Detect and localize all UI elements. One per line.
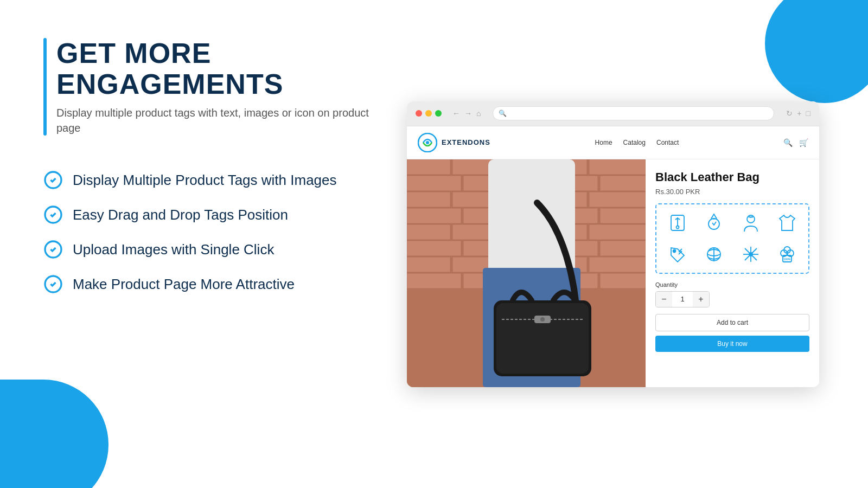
nav-catalog[interactable]: Catalog bbox=[623, 139, 646, 146]
product-image bbox=[407, 159, 646, 387]
quantity-label: Quantity bbox=[655, 281, 809, 288]
tag-item-8: 100% bbox=[771, 240, 805, 268]
add-to-cart-button[interactable]: Add to cart bbox=[655, 314, 809, 331]
browser-search-icon: 🔍 bbox=[499, 110, 507, 117]
feature-label-1: Display Multiple Product Tags with Image… bbox=[73, 172, 337, 189]
label-tag-icon bbox=[667, 243, 688, 265]
store-nav-actions: 🔍 🛒 bbox=[783, 138, 808, 147]
dot-yellow[interactable] bbox=[425, 110, 432, 117]
quantity-control: − 1 + bbox=[655, 291, 710, 307]
tag-item-5 bbox=[661, 240, 694, 268]
extendons-logo-icon bbox=[418, 133, 437, 152]
more-icon[interactable]: □ bbox=[806, 109, 810, 118]
product-price: Rs.30.00 PKR bbox=[655, 188, 809, 196]
sewing-tag-icon bbox=[667, 212, 688, 234]
svg-point-58 bbox=[673, 249, 675, 252]
nav-home[interactable]: Home bbox=[595, 139, 612, 146]
product-photo-svg bbox=[407, 159, 646, 387]
heading-text-block: GET MORE ENGAGEMENTS Display multiple pr… bbox=[56, 38, 380, 136]
product-title: Black Leather Bag bbox=[655, 170, 809, 184]
browser-search-bar[interactable]: 🔍 bbox=[493, 106, 774, 120]
store-nav-links: Home Catalog Contact bbox=[595, 139, 679, 146]
forward-icon[interactable]: → bbox=[464, 109, 472, 118]
svg-rect-11 bbox=[589, 159, 646, 175]
browser-dots bbox=[416, 110, 442, 117]
svg-rect-17 bbox=[407, 192, 450, 207]
tag-item-1 bbox=[661, 209, 694, 237]
svg-rect-37 bbox=[407, 257, 450, 272]
main-heading: GET MORE ENGAGEMENTS bbox=[56, 38, 380, 100]
svg-point-55 bbox=[676, 226, 679, 228]
check-circle-icon-4 bbox=[43, 274, 63, 294]
quantity-decrease-button[interactable]: − bbox=[656, 292, 672, 307]
nav-contact[interactable]: Contact bbox=[656, 139, 679, 146]
store-nav: EXTENDONS Home Catalog Contact 🔍 🛒 bbox=[407, 126, 819, 159]
feature-label-2: Easy Drag and Drop Tags Position bbox=[73, 207, 288, 223]
svg-rect-36 bbox=[600, 241, 646, 256]
dot-red[interactable] bbox=[416, 110, 422, 117]
heading-bar bbox=[43, 38, 47, 136]
feature-label-4: Make Product Page More Attractive bbox=[73, 276, 295, 293]
svg-point-53 bbox=[540, 317, 545, 322]
product-image-container bbox=[407, 159, 646, 387]
svg-point-5 bbox=[426, 141, 429, 144]
store-search-icon[interactable]: 🔍 bbox=[783, 138, 793, 147]
browser-topbar: ← → ⌂ 🔍 ↻ + □ bbox=[407, 101, 819, 126]
store-cart-icon[interactable]: 🛒 bbox=[799, 138, 808, 147]
svg-rect-12 bbox=[407, 176, 461, 191]
tags-grid: 100% bbox=[655, 203, 809, 274]
svg-point-57 bbox=[747, 215, 755, 223]
svg-rect-50 bbox=[496, 303, 589, 374]
svg-rect-31 bbox=[589, 224, 646, 240]
svg-rect-46 bbox=[600, 273, 646, 288]
quantity-value: 1 bbox=[672, 295, 693, 303]
feature-item-3: Upload Images with Single Click bbox=[43, 240, 380, 259]
heading-section: GET MORE ENGAGEMENTS Display multiple pr… bbox=[43, 38, 380, 136]
right-panel: ← → ⌂ 🔍 ↻ + □ bbox=[380, 33, 825, 455]
product-area: Black Leather Bag Rs.30.00 PKR bbox=[407, 159, 819, 387]
back-icon[interactable]: ← bbox=[452, 109, 460, 118]
svg-rect-16 bbox=[600, 176, 646, 191]
svg-rect-41 bbox=[589, 257, 646, 272]
buy-it-now-button[interactable]: Buy it now bbox=[655, 336, 809, 352]
quantity-increase-button[interactable]: + bbox=[693, 292, 709, 307]
cotton-tag-icon: 100% bbox=[776, 243, 798, 265]
add-tab-icon[interactable]: + bbox=[797, 109, 801, 118]
store-logo-name: EXTENDONS bbox=[442, 138, 490, 146]
svg-rect-22 bbox=[407, 208, 461, 223]
check-circle-icon-2 bbox=[43, 205, 63, 224]
left-panel: GET MORE ENGAGEMENTS Display multiple pr… bbox=[43, 33, 380, 455]
snowflake-tag-icon bbox=[740, 243, 762, 265]
feature-item-4: Make Product Page More Attractive bbox=[43, 274, 380, 294]
svg-rect-47 bbox=[488, 159, 575, 279]
award-tag-icon bbox=[703, 212, 725, 234]
tag-item-7 bbox=[734, 240, 768, 268]
woman-tag-icon bbox=[740, 212, 762, 234]
sub-heading: Display multiple product tags with text,… bbox=[56, 105, 380, 136]
tag-item-3 bbox=[734, 209, 768, 237]
home-icon[interactable]: ⌂ bbox=[476, 109, 481, 118]
store-content: EXTENDONS Home Catalog Contact 🔍 🛒 bbox=[407, 126, 819, 387]
svg-rect-21 bbox=[589, 192, 646, 207]
browser-nav-icons: ← → ⌂ bbox=[452, 109, 481, 118]
svg-rect-42 bbox=[407, 273, 461, 288]
svg-point-56 bbox=[709, 219, 719, 229]
browser-right-icons: ↻ + □ bbox=[786, 109, 810, 118]
tag-item-6 bbox=[698, 240, 731, 268]
yarn-tag-icon bbox=[703, 243, 725, 265]
svg-rect-32 bbox=[407, 241, 461, 256]
feature-item-1: Display Multiple Product Tags with Image… bbox=[43, 170, 380, 190]
check-circle-icon-1 bbox=[43, 170, 63, 190]
feature-item-2: Easy Drag and Drop Tags Position bbox=[43, 205, 380, 224]
browser-mockup: ← → ⌂ 🔍 ↻ + □ bbox=[407, 101, 819, 387]
features-list: Display Multiple Product Tags with Image… bbox=[43, 170, 380, 294]
svg-rect-7 bbox=[407, 159, 450, 175]
check-circle-icon-3 bbox=[43, 240, 63, 259]
product-details: Black Leather Bag Rs.30.00 PKR bbox=[646, 159, 819, 387]
refresh-icon[interactable]: ↻ bbox=[786, 109, 793, 118]
dot-green[interactable] bbox=[435, 110, 442, 117]
tag-item-4 bbox=[771, 209, 805, 237]
svg-rect-26 bbox=[600, 208, 646, 223]
tag-item-2 bbox=[698, 209, 731, 237]
shirt-tag-icon bbox=[776, 212, 798, 234]
